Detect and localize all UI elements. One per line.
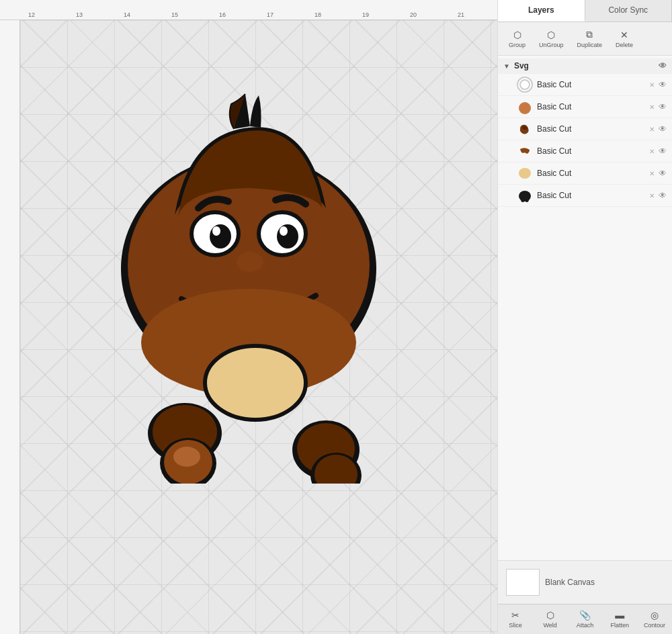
weld-button[interactable]: ⬡ Weld: [533, 607, 568, 631]
layer5-eye-icon[interactable]: 👁: [659, 169, 667, 178]
tab-color-sync[interactable]: Color Sync: [585, 0, 673, 21]
layer4-label: Basic Cut: [537, 146, 645, 156]
svg-point-20: [520, 80, 530, 89]
delete-label: Delete: [616, 42, 633, 48]
svg-point-4: [210, 224, 231, 248]
delete-button[interactable]: ✕ Delete: [610, 27, 638, 51]
layer3-eye-icon[interactable]: 👁: [659, 124, 667, 134]
svg-point-14: [173, 447, 200, 467]
layer1-eye-icon[interactable]: 👁: [659, 80, 667, 89]
svg-eye-icon[interactable]: 👁: [659, 61, 667, 71]
delete-icon: ✕: [620, 30, 628, 40]
ruler-left: [0, 20, 20, 634]
layer5-label: Basic Cut: [537, 169, 645, 178]
layer6-eye-icon[interactable]: 👁: [659, 191, 667, 200]
layer6-color-swatch: [517, 187, 533, 203]
blank-canvas-label: Blank Canvas: [545, 578, 595, 587]
ruler-mark-14: 14: [124, 11, 130, 18]
tree-layer-2[interactable]: Basic Cut ✕ 👁: [498, 96, 672, 118]
layer6-label: Basic Cut: [537, 191, 645, 200]
panel-tabs: Layers Color Sync: [498, 0, 672, 22]
chevron-down-icon: ▼: [503, 62, 510, 70]
layer4-color-swatch: [517, 143, 533, 159]
layers-tree: ▼ Svg 👁 Basic Cut ✕ 👁 Basic Cut ✕ 👁: [498, 56, 672, 560]
layer3-label: Basic Cut: [537, 124, 645, 134]
duplicate-button[interactable]: ⧉ Duplicate: [572, 26, 608, 51]
ruler-mark-15: 15: [171, 11, 178, 18]
flatten-button[interactable]: ▬ Flatten: [602, 607, 637, 631]
ruler-mark-13: 13: [76, 11, 83, 18]
duplicate-icon: ⧉: [586, 29, 593, 40]
ungroup-icon: ⬡: [547, 30, 555, 40]
layer2-label: Basic Cut: [537, 102, 645, 111]
contour-button[interactable]: ◎ Contour: [637, 607, 672, 631]
svg-point-5: [277, 224, 298, 248]
layer2-color-swatch: [517, 99, 533, 115]
flatten-icon: ▬: [615, 610, 624, 621]
attach-label: Attach: [577, 622, 594, 629]
svg-point-8: [237, 252, 263, 272]
right-panel: Layers Color Sync ⬡ Group ⬡ UnGroup ⧉ Du…: [497, 0, 672, 634]
svg-point-19: [205, 346, 306, 420]
svg-point-7: [280, 226, 288, 236]
tree-layer-4[interactable]: Basic Cut ✕ 👁: [498, 140, 672, 163]
attach-button[interactable]: 📎 Attach: [568, 607, 603, 631]
slice-label: Slice: [509, 622, 522, 629]
svg-point-22: [519, 168, 531, 179]
layer1-label: Basic Cut: [537, 80, 645, 89]
layer5-color-swatch: [517, 165, 533, 181]
group-label: Group: [509, 42, 526, 48]
flatten-label: Flatten: [611, 622, 630, 629]
canvas-area: 12 13 14 15 16 17 18 19 20 21: [0, 0, 497, 634]
layer2-eye-icon[interactable]: 👁: [659, 102, 667, 111]
ruler-mark-20: 20: [410, 11, 417, 18]
bottom-toolbar: ✂ Slice ⬡ Weld 📎 Attach ▬ Flatten ◎ Cont…: [498, 604, 672, 634]
group-button[interactable]: ⬡ Group: [503, 27, 531, 51]
layer3-color-swatch: [517, 121, 533, 137]
layer1-color-swatch: [517, 77, 533, 93]
tree-svg-parent[interactable]: ▼ Svg 👁: [498, 58, 672, 74]
slice-icon: ✂: [511, 610, 519, 621]
attach-icon: 📎: [579, 610, 591, 621]
layer1-delete-icon[interactable]: ✕: [649, 81, 655, 89]
svg-point-6: [212, 226, 220, 236]
ruler-mark-12: 12: [28, 11, 35, 18]
tree-layer-5[interactable]: Basic Cut ✕ 👁: [498, 163, 672, 185]
blank-canvas-preview: [506, 569, 540, 596]
weld-icon: ⬡: [546, 610, 554, 621]
layer5-delete-icon[interactable]: ✕: [649, 170, 655, 177]
svg-point-24: [521, 197, 525, 202]
contour-label: Contour: [644, 622, 665, 629]
tab-layers[interactable]: Layers: [498, 0, 585, 21]
svg-point-23: [519, 191, 531, 201]
layer3-delete-icon[interactable]: ✕: [649, 126, 655, 133]
panel-toolbar: ⬡ Group ⬡ UnGroup ⧉ Duplicate ✕ Delete: [498, 22, 672, 56]
contour-icon: ◎: [650, 610, 659, 621]
ruler-mark-19: 19: [362, 11, 369, 18]
goomba-image[interactable]: [67, 54, 444, 510]
ruler-mark-21: 21: [458, 11, 464, 18]
ungroup-button[interactable]: ⬡ UnGroup: [534, 27, 569, 51]
bottom-section: Blank Canvas: [498, 560, 672, 604]
layer2-delete-icon[interactable]: ✕: [649, 103, 655, 111]
ruler-mark-16: 16: [219, 11, 226, 18]
weld-label: Weld: [544, 622, 557, 629]
ruler-top: 12 13 14 15 16 17 18 19 20 21: [0, 0, 497, 20]
tree-layer-1[interactable]: Basic Cut ✕ 👁: [498, 74, 672, 96]
svg-label: Svg: [514, 61, 655, 71]
svg-point-21: [519, 102, 531, 114]
svg-point-25: [525, 197, 529, 202]
ruler-mark-17: 17: [267, 11, 274, 18]
group-icon: ⬡: [513, 30, 521, 40]
slice-button[interactable]: ✂ Slice: [498, 607, 533, 631]
ruler-mark-18: 18: [314, 11, 321, 18]
layer4-eye-icon[interactable]: 👁: [659, 146, 667, 156]
duplicate-label: Duplicate: [577, 42, 603, 48]
layer4-delete-icon[interactable]: ✕: [649, 148, 655, 155]
layer6-delete-icon[interactable]: ✕: [649, 192, 655, 199]
tree-layer-3[interactable]: Basic Cut ✕ 👁: [498, 118, 672, 140]
tree-layer-6[interactable]: Basic Cut ✕ 👁: [498, 185, 672, 207]
ungroup-label: UnGroup: [539, 42, 564, 48]
blank-canvas-row: Blank Canvas: [503, 566, 667, 598]
